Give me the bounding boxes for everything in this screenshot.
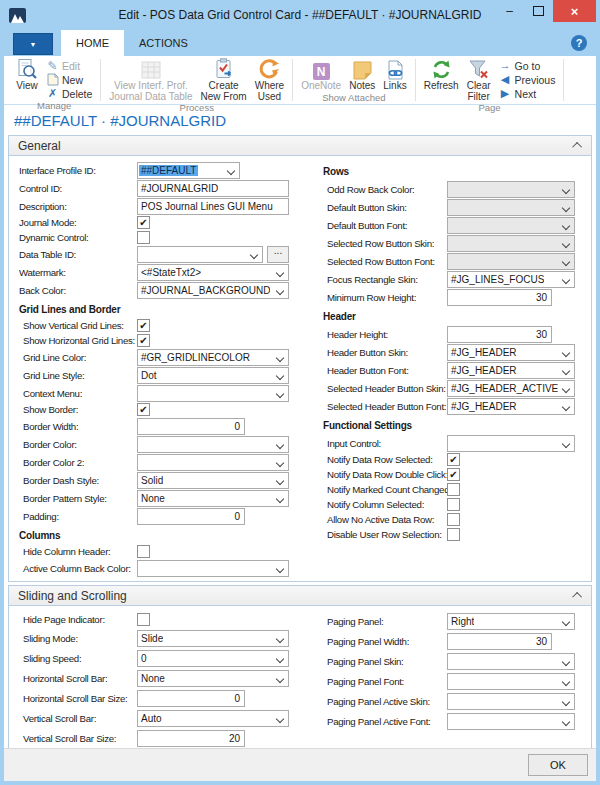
border-pattern-style-combo[interactable]: None <box>137 490 289 507</box>
grid-line-color-combo[interactable]: #GR_GRIDLINECOLOR <box>137 349 289 366</box>
new-button[interactable]: New <box>43 73 95 86</box>
dropdown-arrow-icon[interactable] <box>562 697 570 705</box>
horizontal-scroll-bar-combo[interactable]: None <box>137 670 289 687</box>
dropdown-arrow-icon[interactable] <box>276 476 284 484</box>
dropdown-arrow-icon[interactable] <box>562 677 570 685</box>
vertical-scroll-bar-size-input[interactable]: 20 <box>137 730 245 747</box>
dropdown-arrow-icon[interactable] <box>562 203 570 211</box>
border-color-combo[interactable] <box>137 436 289 453</box>
dropdown-arrow-icon[interactable] <box>276 714 284 722</box>
dropdown-arrow-icon[interactable] <box>276 440 284 448</box>
dropdown-arrow-icon[interactable] <box>276 371 284 379</box>
focus-rectangle-skin-combo[interactable]: #JG_LINES_FOCUS <box>447 271 575 288</box>
paging-panel-combo[interactable]: Right <box>447 613 575 630</box>
notes-button[interactable]: Notes <box>346 57 378 92</box>
previous-button[interactable]: ◀ Previous <box>496 73 559 86</box>
selected-row-button-font-combo[interactable] <box>447 253 575 270</box>
collapse-icon[interactable] <box>572 592 582 602</box>
dropdown-arrow-icon[interactable] <box>276 564 284 572</box>
interface-profile-id-combo[interactable]: ##DEFAULT <box>137 162 240 179</box>
header-height-input[interactable]: 30 <box>447 326 552 343</box>
dropdown-arrow-icon[interactable] <box>562 657 570 665</box>
dropdown-arrow-icon[interactable] <box>276 634 284 642</box>
dropdown-arrow-icon[interactable] <box>562 185 570 193</box>
assist-edit-button[interactable]: ... <box>267 246 289 263</box>
active-column-back-color-combo[interactable] <box>137 560 289 577</box>
horizontal-scroll-bar-size-input[interactable]: 0 <box>137 690 245 707</box>
dropdown-arrow-icon[interactable] <box>562 275 570 283</box>
collapse-icon[interactable] <box>572 142 582 152</box>
tab-home[interactable]: HOME <box>61 30 124 56</box>
minimize-button[interactable]: – <box>495 0 524 22</box>
sliding-mode-combo[interactable]: Slide <box>137 630 289 647</box>
dropdown-arrow-icon[interactable] <box>276 286 284 294</box>
paging-panel-active-font-combo[interactable] <box>447 713 575 730</box>
dropdown-arrow-icon[interactable] <box>276 458 284 466</box>
paging-panel-active-skin-combo[interactable] <box>447 693 575 710</box>
dynamic-control-checkbox[interactable] <box>137 231 150 244</box>
close-button[interactable]: × <box>553 0 596 22</box>
create-new-from-button[interactable]: Create New From <box>198 57 250 102</box>
dropdown-arrow-icon[interactable] <box>562 221 570 229</box>
dropdown-arrow-icon[interactable] <box>562 257 570 265</box>
journal-mode-checkbox[interactable]: ✔ <box>137 216 150 229</box>
section-header-general[interactable]: General <box>8 135 592 156</box>
section-header-sliding-and-scrolling[interactable]: Sliding and Scrolling <box>8 585 592 606</box>
where-used-button[interactable]: Where Used <box>252 57 287 102</box>
border-width-input[interactable]: 0 <box>137 418 245 435</box>
dropdown-arrow-icon[interactable] <box>562 617 570 625</box>
links-button[interactable]: Links <box>380 57 409 92</box>
context-menu-combo[interactable] <box>137 385 289 402</box>
header-button-font-combo[interactable]: #JG_HEADER <box>447 362 575 379</box>
description-input[interactable]: POS Journal Lines GUI Menu <box>137 198 289 215</box>
default-button-skin-combo[interactable] <box>447 199 575 216</box>
selected-row-button-skin-combo[interactable] <box>447 235 575 252</box>
dropdown-arrow-icon[interactable] <box>562 717 570 725</box>
dropdown-arrow-icon[interactable] <box>276 389 284 397</box>
notify-data-row-double-click-checkbox[interactable]: ✔ <box>447 468 460 481</box>
dropdown-arrow-icon[interactable] <box>276 353 284 361</box>
dropdown-arrow-icon[interactable] <box>562 439 570 447</box>
watermark-combo[interactable]: <#StateTxt2> <box>137 264 289 281</box>
back-color-combo[interactable]: #JOURNAL_BACKGROUND <box>137 282 289 299</box>
paging-panel-width-input[interactable]: 30 <box>447 633 552 650</box>
show-horizontal-grid-lines-checkbox[interactable]: ✔ <box>137 334 150 347</box>
app-menu-button[interactable]: ▼ <box>13 33 53 55</box>
paging-panel-font-combo[interactable] <box>447 673 575 690</box>
hide-page-indicator-checkbox[interactable] <box>137 613 150 626</box>
clear-filter-button[interactable]: Clear Filter <box>464 57 494 102</box>
data-table-id-combo[interactable] <box>137 246 263 263</box>
dropdown-arrow-icon[interactable] <box>562 384 570 392</box>
dropdown-arrow-icon[interactable] <box>250 250 258 258</box>
odd-row-back-color-combo[interactable] <box>447 181 575 198</box>
selected-header-button-font-combo[interactable]: #JG_HEADER <box>447 398 575 415</box>
onenote-button[interactable]: N OneNote <box>298 57 344 92</box>
default-button-font-combo[interactable] <box>447 217 575 234</box>
border-color-2-combo[interactable] <box>137 454 289 471</box>
selected-header-button-skin-combo[interactable]: #JG_HEADER_ACTIVE <box>447 380 575 397</box>
dropdown-arrow-icon[interactable] <box>227 166 235 174</box>
disable-user-row-selection-checkbox[interactable] <box>447 528 460 541</box>
minimum-row-height-input[interactable]: 30 <box>447 289 552 306</box>
show-vertical-grid-lines-checkbox[interactable]: ✔ <box>137 319 150 332</box>
header-button-skin-combo[interactable]: #JG_HEADER <box>447 344 575 361</box>
hide-column-header-checkbox[interactable] <box>137 545 150 558</box>
dropdown-arrow-icon[interactable] <box>276 674 284 682</box>
dropdown-arrow-icon[interactable] <box>276 268 284 276</box>
dropdown-arrow-icon[interactable] <box>276 654 284 662</box>
control-id-input[interactable]: #JOURNALGRID <box>137 180 289 197</box>
refresh-button[interactable]: Refresh <box>421 57 462 92</box>
vertical-scroll-bar-combo[interactable]: Auto <box>137 710 289 727</box>
padding-input[interactable]: 0 <box>137 508 245 525</box>
dropdown-arrow-icon[interactable] <box>562 402 570 410</box>
paging-panel-skin-combo[interactable] <box>447 653 575 670</box>
show-border-checkbox[interactable]: ✔ <box>137 403 150 416</box>
next-button[interactable]: ▶ Next <box>496 87 559 100</box>
goto-button[interactable]: → Go to <box>496 59 559 72</box>
view-interf-prof-journal-data-table-button[interactable]: View Interf. Prof. Journal Data Table <box>106 57 195 102</box>
border-dash-style-combo[interactable]: Solid <box>137 472 289 489</box>
allow-no-active-data-row-checkbox[interactable] <box>447 513 460 526</box>
notify-data-row-selected-checkbox[interactable]: ✔ <box>447 453 460 466</box>
maximize-button[interactable] <box>524 0 553 22</box>
tab-actions[interactable]: ACTIONS <box>124 30 203 56</box>
